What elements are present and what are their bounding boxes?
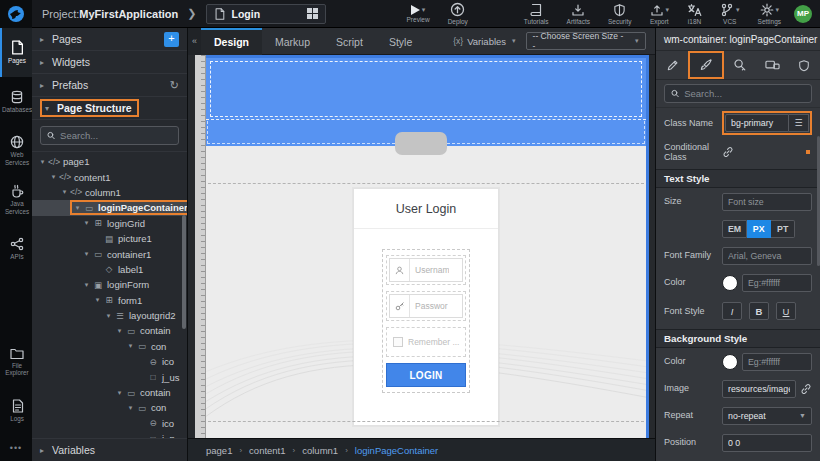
bg-image-bind-icon[interactable] [800,383,812,395]
add-page-button[interactable]: + [164,32,179,47]
tab-devices[interactable] [756,51,788,79]
login-form[interactable]: Usernam Passwor [382,249,470,393]
username-input[interactable]: Usernam [389,258,463,282]
tab-inspect[interactable] [724,51,756,79]
breadcrumb-content1[interactable]: content1 [249,445,285,456]
properties-search-input[interactable] [684,88,805,99]
bg-color-input[interactable] [742,353,812,371]
rail-item-file-explorer[interactable]: File Explorer [0,337,32,386]
deploy-button[interactable]: Deploy [448,2,468,25]
remember-me-checkbox-row[interactable]: Remember ... [389,330,463,354]
text-style-section-header[interactable]: Text Style [656,169,820,188]
rail-item-web-services[interactable]: Web Services [0,126,32,175]
tree-node[interactable]: ▾ ▣ loginForm [32,277,187,292]
user-avatar[interactable]: MP [794,5,812,23]
login-submit-button[interactable]: LOGIN [386,363,466,387]
tree-node[interactable]: ▾ ⊞ form1 [32,293,187,308]
tab-style[interactable]: Style [376,28,425,55]
section-prefabs[interactable]: ▸ Prefabs ↻ [32,74,187,97]
tree-node[interactable]: ▾ </> content1 [32,169,187,184]
tab-styles[interactable] [688,51,724,79]
rail-item-databases[interactable]: Databases [0,77,32,126]
class-name-input[interactable] [725,114,789,132]
rail-item-java-services[interactable]: Java Services [0,175,32,224]
page-canvas[interactable]: User Login Usernam [206,55,649,438]
tree-node[interactable]: ▤ picture1 [32,231,187,246]
tab-script[interactable]: Script [323,28,376,55]
vcs-chevron-icon[interactable]: ▾ [736,6,740,14]
prefabs-refresh-icon[interactable]: ↻ [170,79,179,92]
security-button[interactable]: Security [608,3,631,25]
preview-button[interactable]: ▾ Preview [407,5,430,23]
tree-node[interactable]: ▾ ▭ loginPageContainer [32,200,187,215]
section-widgets[interactable]: ▸ Widgets [32,51,187,74]
bg-repeat-select[interactable]: no-repeat ▼ [722,407,812,425]
collapse-left-panel-button[interactable]: « [188,28,201,55]
font-color-input[interactable] [742,274,812,292]
settings-button[interactable]: ▾ Settings [758,3,782,25]
italic-button[interactable]: I [722,302,742,320]
tree-expand-arrow[interactable]: ▾ [92,296,103,304]
font-color-swatch[interactable] [722,275,738,291]
tree-expand-arrow[interactable]: ▾ [81,250,92,258]
tree-node[interactable]: ▾ ▭ container1 [32,246,187,261]
class-list-button[interactable]: ☰ [789,114,809,132]
picture-placeholder[interactable] [395,132,447,155]
password-input[interactable]: Passwor [389,294,463,318]
variables-dropdown[interactable]: {x} Variables ▾ [453,36,515,47]
tree-expand-arrow[interactable]: ▾ [114,327,125,335]
bg-color-swatch[interactable] [722,354,738,370]
tree-node[interactable]: □ j_p [32,431,187,438]
project-chevron-icon[interactable]: ❯ [187,7,196,20]
vcs-button[interactable]: ▾ VCS [720,3,740,25]
tree-expand-arrow[interactable]: ▾ [37,158,48,166]
breadcrumb-page1[interactable]: page1 [206,445,232,456]
tree-expand-arrow[interactable]: ▾ [125,404,136,412]
tab-markup[interactable]: Markup [262,28,323,55]
background-style-section-header[interactable]: Background Style [656,329,820,348]
font-family-input[interactable] [722,247,812,265]
tree-node[interactable]: ▾ ▭ contain [32,385,187,400]
bg-image-input[interactable] [722,380,796,398]
breadcrumb-column1[interactable]: column1 [302,445,338,456]
conditional-class-bind-icon[interactable] [722,146,734,158]
unit-px-button[interactable]: PX [747,220,771,238]
login-card[interactable]: User Login Usernam [353,188,499,426]
export-chevron-icon[interactable]: ▾ [666,6,670,14]
font-size-input[interactable] [722,193,812,211]
tree-node[interactable]: ◇ label1 [32,262,187,277]
tree-expand-arrow[interactable]: ▾ [72,204,83,212]
tree-scrollbar[interactable] [182,215,186,329]
tree-expand-arrow[interactable]: ▾ [81,219,92,227]
tree-expand-arrow[interactable]: ▾ [48,173,59,181]
bold-button[interactable]: B [749,302,769,320]
tree-node[interactable]: ⊖ ico [32,354,187,369]
section-page-structure[interactable]: ▾ Page Structure [32,97,187,120]
section-pages[interactable]: ▸ Pages + [32,28,187,51]
remember-me-checkbox[interactable] [393,337,403,347]
rail-more-button[interactable]: ••• [0,435,32,461]
export-button[interactable]: ▾ Export [650,3,670,25]
tree-node[interactable]: ▾ ☰ layoutgrid2 [32,308,187,323]
screen-size-select[interactable]: -- Choose Screen Size -- ▾ [526,32,646,50]
app-logo[interactable] [0,0,32,28]
tab-properties[interactable] [656,51,688,79]
tree-node[interactable]: ▾ </> column1 [32,185,187,200]
properties-search[interactable] [664,84,812,103]
underline-button[interactable]: U [776,302,796,320]
tree-expand-arrow[interactable]: ▾ [59,188,70,196]
rail-item-apis[interactable]: APIs [0,224,32,273]
tree-node[interactable]: ▾ ⊞ loginGrid [32,216,187,231]
page-grid-icon[interactable] [307,8,318,19]
tutorials-button[interactable]: Tutorials [524,3,549,25]
tree-expand-arrow[interactable]: ▾ [125,342,136,350]
tree-search[interactable] [40,126,179,145]
tree-search-input[interactable] [60,130,172,141]
bg-position-input[interactable] [722,434,812,452]
tree-node[interactable]: ▾ ▭ contain [32,323,187,338]
artifacts-button[interactable]: Artifacts [567,3,590,25]
preview-chevron-icon[interactable]: ▾ [422,6,426,14]
tree-node[interactable]: ▾ ▭ con [32,400,187,415]
tree-node[interactable]: □ j_us [32,369,187,384]
tree-node[interactable]: ▾ </> page1 [32,154,187,169]
